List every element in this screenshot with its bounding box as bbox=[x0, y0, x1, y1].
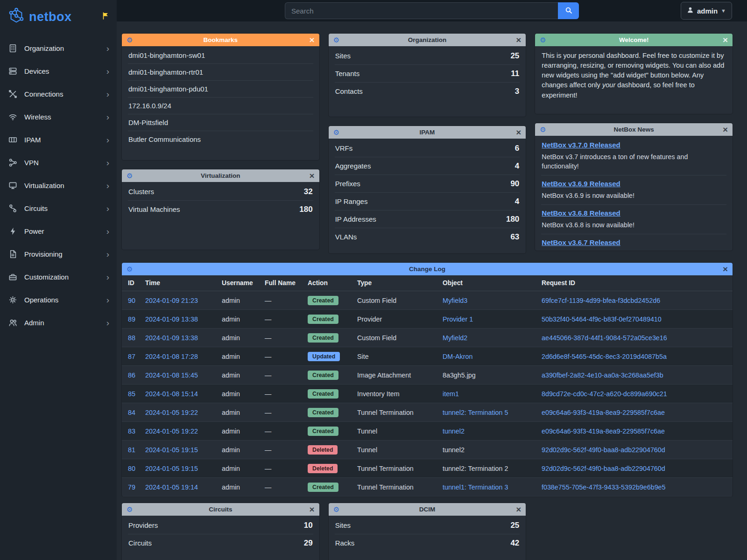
widget-close-icon[interactable]: × bbox=[723, 123, 728, 136]
bookmark-link[interactable]: dmi01-binghamton-rtr01 bbox=[128, 64, 313, 81]
changelog-request-id-link[interactable]: e09c64a6-93f3-419a-8ea9-229585f7c6ae bbox=[542, 427, 665, 435]
sidebar-pin-icon[interactable] bbox=[102, 12, 109, 21]
stat-row[interactable]: Aggregates 4 bbox=[335, 157, 520, 175]
stat-row[interactable]: Racks 42 bbox=[335, 534, 520, 552]
widget-header[interactable]: ⚙ Virtualization × bbox=[122, 169, 319, 182]
netbox-logo-text[interactable]: netbox bbox=[29, 10, 72, 24]
widget-config-icon[interactable]: ⚙ bbox=[127, 169, 133, 182]
changelog-request-id-link[interactable]: ae445066-387d-44f1-9084-572a05ce3e16 bbox=[542, 334, 667, 342]
changelog-id-link[interactable]: 90 bbox=[128, 297, 135, 304]
changelog-object-link[interactable]: 8a3gh5.jpg bbox=[443, 371, 476, 379]
stat-row[interactable]: Circuits 29 bbox=[128, 534, 313, 552]
changelog-object-link[interactable]: tunnel1: Termination 3 bbox=[443, 483, 508, 491]
changelog-object-link[interactable]: tunnel2: Termination 5 bbox=[443, 409, 508, 416]
sidebar-item-devices[interactable]: Devices › bbox=[0, 60, 117, 83]
sidebar-item-power[interactable]: Power › bbox=[0, 220, 117, 243]
widget-header[interactable]: ⚙ DCIM × bbox=[329, 503, 526, 516]
changelog-time-link[interactable]: 2024-01-08 17:28 bbox=[145, 353, 198, 360]
changelog-request-id-link[interactable]: 69fce7cf-1139-4d99-bfea-f3dcbd2452d6 bbox=[542, 297, 660, 304]
changelog-request-id-link[interactable]: f038e755-705e-47f3-9433-5392b9e6b9e5 bbox=[542, 483, 666, 491]
widget-config-icon[interactable]: ⚙ bbox=[333, 34, 339, 46]
changelog-object-link[interactable]: Myfield3 bbox=[443, 297, 467, 304]
sidebar-item-ipam[interactable]: IPAM › bbox=[0, 128, 117, 151]
changelog-request-id-link[interactable]: 50b32f40-5464-4f9c-b83f-0ef270489410 bbox=[542, 315, 662, 323]
stat-row[interactable]: Prefixes 90 bbox=[335, 175, 520, 193]
sidebar-item-customization[interactable]: Customization › bbox=[0, 266, 117, 288]
changelog-time-link[interactable]: 2024-01-09 13:38 bbox=[145, 334, 198, 342]
changelog-id-link[interactable]: 87 bbox=[128, 353, 135, 360]
changelog-object-link[interactable]: tunnel2 bbox=[443, 446, 465, 454]
sidebar-item-operations[interactable]: Operations › bbox=[0, 288, 117, 311]
changelog-object-link[interactable]: tunnel2 bbox=[443, 427, 465, 435]
bookmark-link[interactable]: 172.16.0.9/24 bbox=[128, 98, 313, 114]
widget-header[interactable]: ⚙ Bookmarks × bbox=[122, 34, 319, 46]
widget-config-icon[interactable]: ⚙ bbox=[333, 503, 339, 516]
stat-row[interactable]: VLANs 63 bbox=[335, 228, 520, 245]
changelog-request-id-link[interactable]: 92d02d9c-562f-49f0-baa8-adb22904760d bbox=[542, 465, 665, 472]
news-link[interactable]: NetBox v3.6.7 Released bbox=[542, 238, 620, 246]
changelog-object-link[interactable]: Provider 1 bbox=[443, 315, 473, 323]
stat-row[interactable]: Sites 25 bbox=[335, 517, 520, 534]
widget-config-icon[interactable]: ⚙ bbox=[127, 263, 133, 275]
changelog-time-link[interactable]: 2024-01-05 19:15 bbox=[145, 446, 198, 454]
netbox-logo-icon[interactable] bbox=[7, 7, 25, 27]
sidebar-item-circuits[interactable]: Circuits › bbox=[0, 197, 117, 220]
widget-header[interactable]: ⚙ NetBox News × bbox=[535, 123, 733, 136]
changelog-id-link[interactable]: 84 bbox=[128, 409, 135, 416]
sidebar-item-connections[interactable]: Connections › bbox=[0, 83, 117, 105]
changelog-id-link[interactable]: 85 bbox=[128, 390, 135, 398]
bookmark-link[interactable]: dmi01-binghamton-pdu01 bbox=[128, 81, 313, 98]
changelog-time-link[interactable]: 2024-01-08 15:45 bbox=[145, 371, 198, 379]
sidebar-item-wireless[interactable]: Wireless › bbox=[0, 105, 117, 128]
changelog-id-link[interactable]: 83 bbox=[128, 427, 135, 435]
widget-config-icon[interactable]: ⚙ bbox=[540, 34, 546, 46]
news-link[interactable]: NetBox v3.6.8 Released bbox=[542, 209, 620, 217]
stat-row[interactable]: IP Ranges 4 bbox=[335, 193, 520, 210]
widget-header[interactable]: ⚙ Change Log × bbox=[122, 263, 733, 275]
sidebar-item-virtualization[interactable]: Virtualization › bbox=[0, 174, 117, 197]
widget-config-icon[interactable]: ⚙ bbox=[333, 126, 339, 139]
widget-close-icon[interactable]: × bbox=[310, 169, 315, 182]
changelog-time-link[interactable]: 2024-01-09 13:38 bbox=[145, 315, 198, 323]
widget-config-icon[interactable]: ⚙ bbox=[540, 123, 546, 136]
changelog-time-link[interactable]: 2024-01-09 21:23 bbox=[145, 297, 198, 304]
changelog-time-link[interactable]: 2024-01-05 19:22 bbox=[145, 427, 198, 435]
stat-row[interactable]: Tenants 11 bbox=[335, 65, 520, 83]
changelog-id-link[interactable]: 81 bbox=[128, 446, 135, 454]
changelog-object-link[interactable]: item1 bbox=[443, 390, 459, 398]
search-input[interactable] bbox=[285, 2, 558, 19]
sidebar-item-admin[interactable]: Admin › bbox=[0, 311, 117, 334]
news-link[interactable]: NetBox v3.7.0 Released bbox=[542, 141, 620, 149]
widget-header[interactable]: ⚙ Organization × bbox=[329, 34, 526, 46]
changelog-request-id-link[interactable]: 2d6d6e8f-5465-45dc-8ec3-2019d4087b5a bbox=[542, 353, 667, 360]
sidebar-item-vpn[interactable]: VPN › bbox=[0, 151, 117, 174]
stat-row[interactable]: Virtual Machines 180 bbox=[128, 201, 313, 218]
changelog-request-id-link[interactable]: 92d02d9c-562f-49f0-baa8-adb22904760d bbox=[542, 446, 665, 454]
changelog-request-id-link[interactable]: e09c64a6-93f3-419a-8ea9-229585f7c6ae bbox=[542, 409, 665, 416]
changelog-object-link[interactable]: tunnel2: Termination 2 bbox=[443, 465, 508, 472]
bookmark-link[interactable]: dmi01-binghamton-sw01 bbox=[128, 47, 313, 64]
changelog-request-id-link[interactable]: a390fbef-2a82-4e10-aa0a-3c268aa5ef3b bbox=[542, 371, 663, 379]
stat-row[interactable]: Providers 10 bbox=[128, 517, 313, 534]
widget-close-icon[interactable]: × bbox=[516, 126, 521, 139]
stat-row[interactable]: Contacts 3 bbox=[335, 83, 520, 100]
widget-close-icon[interactable]: × bbox=[516, 503, 521, 516]
changelog-id-link[interactable]: 86 bbox=[128, 371, 135, 379]
widget-close-icon[interactable]: × bbox=[516, 34, 521, 46]
sidebar-item-provisioning[interactable]: Provisioning › bbox=[0, 243, 117, 266]
bookmark-link[interactable]: DM-Pittsfield bbox=[128, 114, 313, 131]
user-menu-button[interactable]: admin ▼ bbox=[681, 2, 732, 20]
changelog-time-link[interactable]: 2024-01-05 19:15 bbox=[145, 465, 198, 472]
stat-row[interactable]: IP Addresses 180 bbox=[335, 210, 520, 228]
changelog-time-link[interactable]: 2024-01-05 19:14 bbox=[145, 483, 198, 491]
changelog-id-link[interactable]: 88 bbox=[128, 334, 135, 342]
search-button[interactable] bbox=[558, 2, 579, 19]
changelog-time-link[interactable]: 2024-01-05 19:22 bbox=[145, 409, 198, 416]
stat-row[interactable]: VRFs 6 bbox=[335, 140, 520, 157]
stat-row[interactable]: Sites 25 bbox=[335, 47, 520, 65]
changelog-id-link[interactable]: 80 bbox=[128, 465, 135, 472]
widget-close-icon[interactable]: × bbox=[310, 34, 315, 46]
widget-header[interactable]: ⚙ Welcome! × bbox=[535, 34, 733, 46]
widget-close-icon[interactable]: × bbox=[723, 34, 728, 46]
stat-row[interactable]: Clusters 32 bbox=[128, 183, 313, 201]
